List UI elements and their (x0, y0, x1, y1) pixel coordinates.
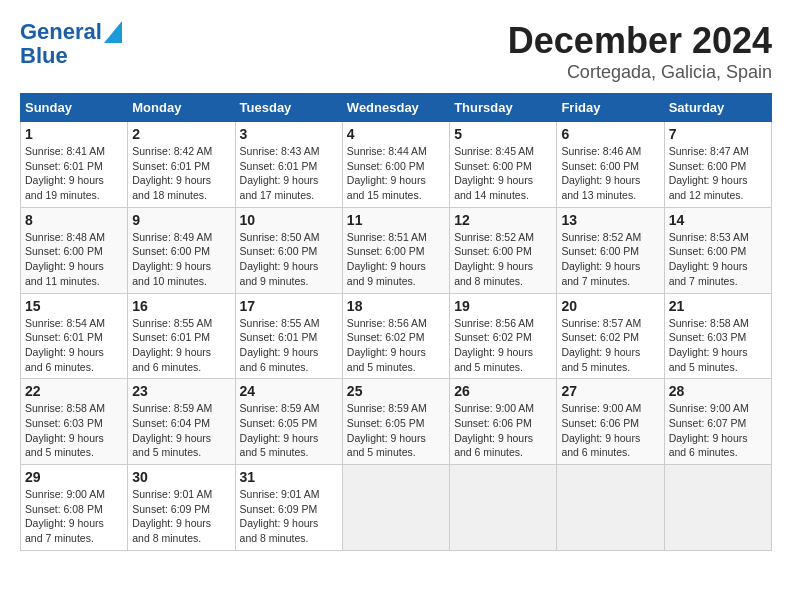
day-number: 3 (240, 126, 338, 142)
svg-marker-0 (104, 21, 122, 43)
day-number: 7 (669, 126, 767, 142)
calendar-cell: 25 Sunrise: 8:59 AM Sunset: 6:05 PM Dayl… (342, 379, 449, 465)
day-info: Sunrise: 8:59 AM Sunset: 6:04 PM Dayligh… (132, 401, 230, 460)
day-info: Sunrise: 8:55 AM Sunset: 6:01 PM Dayligh… (240, 316, 338, 375)
day-info: Sunrise: 8:50 AM Sunset: 6:00 PM Dayligh… (240, 230, 338, 289)
calendar-cell: 10 Sunrise: 8:50 AM Sunset: 6:00 PM Dayl… (235, 207, 342, 293)
day-info: Sunrise: 8:43 AM Sunset: 6:01 PM Dayligh… (240, 144, 338, 203)
day-info: Sunrise: 9:00 AM Sunset: 6:06 PM Dayligh… (561, 401, 659, 460)
calendar-cell: 13 Sunrise: 8:52 AM Sunset: 6:00 PM Dayl… (557, 207, 664, 293)
day-info: Sunrise: 9:01 AM Sunset: 6:09 PM Dayligh… (240, 487, 338, 546)
day-number: 11 (347, 212, 445, 228)
day-info: Sunrise: 8:42 AM Sunset: 6:01 PM Dayligh… (132, 144, 230, 203)
day-info: Sunrise: 8:48 AM Sunset: 6:00 PM Dayligh… (25, 230, 123, 289)
logo-text-general: General (20, 20, 102, 44)
calendar-cell: 28 Sunrise: 9:00 AM Sunset: 6:07 PM Dayl… (664, 379, 771, 465)
calendar-cell: 27 Sunrise: 9:00 AM Sunset: 6:06 PM Dayl… (557, 379, 664, 465)
day-info: Sunrise: 9:00 AM Sunset: 6:08 PM Dayligh… (25, 487, 123, 546)
day-info: Sunrise: 8:58 AM Sunset: 6:03 PM Dayligh… (669, 316, 767, 375)
day-number: 19 (454, 298, 552, 314)
day-info: Sunrise: 8:56 AM Sunset: 6:02 PM Dayligh… (454, 316, 552, 375)
weekday-header-row: Sunday Monday Tuesday Wednesday Thursday… (21, 94, 772, 122)
header-wednesday: Wednesday (342, 94, 449, 122)
calendar-cell: 16 Sunrise: 8:55 AM Sunset: 6:01 PM Dayl… (128, 293, 235, 379)
calendar-cell: 18 Sunrise: 8:56 AM Sunset: 6:02 PM Dayl… (342, 293, 449, 379)
day-info: Sunrise: 9:00 AM Sunset: 6:06 PM Dayligh… (454, 401, 552, 460)
calendar-cell: 21 Sunrise: 8:58 AM Sunset: 6:03 PM Dayl… (664, 293, 771, 379)
day-number: 15 (25, 298, 123, 314)
day-info: Sunrise: 9:01 AM Sunset: 6:09 PM Dayligh… (132, 487, 230, 546)
day-number: 4 (347, 126, 445, 142)
calendar-week-3: 15 Sunrise: 8:54 AM Sunset: 6:01 PM Dayl… (21, 293, 772, 379)
day-info: Sunrise: 8:51 AM Sunset: 6:00 PM Dayligh… (347, 230, 445, 289)
calendar-cell: 31 Sunrise: 9:01 AM Sunset: 6:09 PM Dayl… (235, 465, 342, 551)
calendar-cell: 1 Sunrise: 8:41 AM Sunset: 6:01 PM Dayli… (21, 122, 128, 208)
logo: General Blue (20, 20, 122, 68)
day-number: 24 (240, 383, 338, 399)
day-number: 25 (347, 383, 445, 399)
day-info: Sunrise: 8:59 AM Sunset: 6:05 PM Dayligh… (347, 401, 445, 460)
page-subtitle: Cortegada, Galicia, Spain (508, 62, 772, 83)
logo-text-blue: Blue (20, 44, 68, 68)
calendar-table: Sunday Monday Tuesday Wednesday Thursday… (20, 93, 772, 551)
calendar-cell: 4 Sunrise: 8:44 AM Sunset: 6:00 PM Dayli… (342, 122, 449, 208)
day-info: Sunrise: 8:52 AM Sunset: 6:00 PM Dayligh… (561, 230, 659, 289)
day-info: Sunrise: 8:49 AM Sunset: 6:00 PM Dayligh… (132, 230, 230, 289)
day-number: 2 (132, 126, 230, 142)
day-number: 29 (25, 469, 123, 485)
day-number: 18 (347, 298, 445, 314)
calendar-cell: 3 Sunrise: 8:43 AM Sunset: 6:01 PM Dayli… (235, 122, 342, 208)
day-number: 26 (454, 383, 552, 399)
day-number: 20 (561, 298, 659, 314)
calendar-cell: 24 Sunrise: 8:59 AM Sunset: 6:05 PM Dayl… (235, 379, 342, 465)
day-number: 12 (454, 212, 552, 228)
day-number: 5 (454, 126, 552, 142)
header-saturday: Saturday (664, 94, 771, 122)
calendar-cell: 22 Sunrise: 8:58 AM Sunset: 6:03 PM Dayl… (21, 379, 128, 465)
day-info: Sunrise: 8:58 AM Sunset: 6:03 PM Dayligh… (25, 401, 123, 460)
day-number: 22 (25, 383, 123, 399)
day-number: 1 (25, 126, 123, 142)
header-friday: Friday (557, 94, 664, 122)
day-number: 30 (132, 469, 230, 485)
day-number: 8 (25, 212, 123, 228)
day-number: 31 (240, 469, 338, 485)
header-monday: Monday (128, 94, 235, 122)
calendar-cell (342, 465, 449, 551)
day-info: Sunrise: 8:54 AM Sunset: 6:01 PM Dayligh… (25, 316, 123, 375)
day-info: Sunrise: 8:45 AM Sunset: 6:00 PM Dayligh… (454, 144, 552, 203)
calendar-week-1: 1 Sunrise: 8:41 AM Sunset: 6:01 PM Dayli… (21, 122, 772, 208)
calendar-cell (450, 465, 557, 551)
calendar-cell: 5 Sunrise: 8:45 AM Sunset: 6:00 PM Dayli… (450, 122, 557, 208)
day-number: 6 (561, 126, 659, 142)
calendar-cell: 6 Sunrise: 8:46 AM Sunset: 6:00 PM Dayli… (557, 122, 664, 208)
day-info: Sunrise: 8:41 AM Sunset: 6:01 PM Dayligh… (25, 144, 123, 203)
calendar-cell (557, 465, 664, 551)
calendar-cell: 15 Sunrise: 8:54 AM Sunset: 6:01 PM Dayl… (21, 293, 128, 379)
day-info: Sunrise: 9:00 AM Sunset: 6:07 PM Dayligh… (669, 401, 767, 460)
day-number: 14 (669, 212, 767, 228)
day-info: Sunrise: 8:53 AM Sunset: 6:00 PM Dayligh… (669, 230, 767, 289)
logo-icon (104, 21, 122, 43)
day-number: 9 (132, 212, 230, 228)
header-sunday: Sunday (21, 94, 128, 122)
calendar-cell: 20 Sunrise: 8:57 AM Sunset: 6:02 PM Dayl… (557, 293, 664, 379)
calendar-cell: 8 Sunrise: 8:48 AM Sunset: 6:00 PM Dayli… (21, 207, 128, 293)
page-title: December 2024 (508, 20, 772, 62)
page-header: General Blue December 2024 Cortegada, Ga… (20, 20, 772, 83)
day-info: Sunrise: 8:59 AM Sunset: 6:05 PM Dayligh… (240, 401, 338, 460)
day-number: 17 (240, 298, 338, 314)
day-info: Sunrise: 8:47 AM Sunset: 6:00 PM Dayligh… (669, 144, 767, 203)
calendar-cell: 30 Sunrise: 9:01 AM Sunset: 6:09 PM Dayl… (128, 465, 235, 551)
calendar-cell: 12 Sunrise: 8:52 AM Sunset: 6:00 PM Dayl… (450, 207, 557, 293)
day-info: Sunrise: 8:56 AM Sunset: 6:02 PM Dayligh… (347, 316, 445, 375)
day-info: Sunrise: 8:55 AM Sunset: 6:01 PM Dayligh… (132, 316, 230, 375)
day-number: 10 (240, 212, 338, 228)
day-number: 16 (132, 298, 230, 314)
calendar-cell: 2 Sunrise: 8:42 AM Sunset: 6:01 PM Dayli… (128, 122, 235, 208)
calendar-cell: 17 Sunrise: 8:55 AM Sunset: 6:01 PM Dayl… (235, 293, 342, 379)
day-number: 27 (561, 383, 659, 399)
calendar-cell: 14 Sunrise: 8:53 AM Sunset: 6:00 PM Dayl… (664, 207, 771, 293)
calendar-cell: 29 Sunrise: 9:00 AM Sunset: 6:08 PM Dayl… (21, 465, 128, 551)
day-info: Sunrise: 8:46 AM Sunset: 6:00 PM Dayligh… (561, 144, 659, 203)
